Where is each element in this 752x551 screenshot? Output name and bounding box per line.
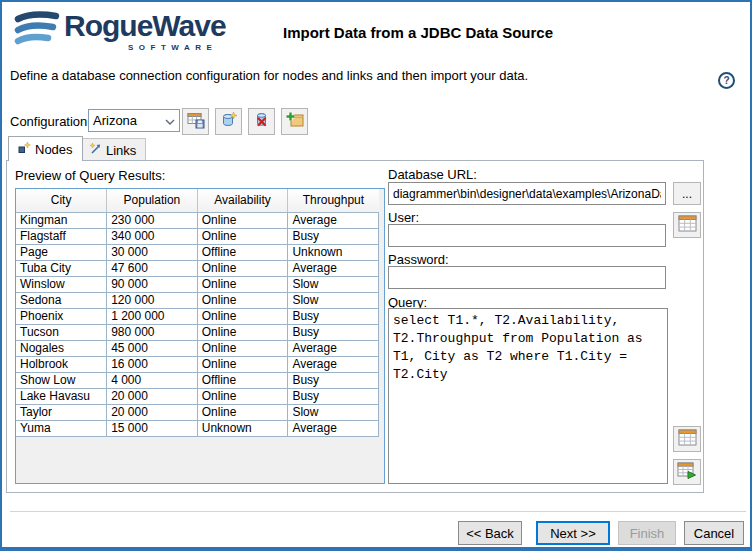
table-header-row: CityPopulationAvailabilityThroughput <box>16 189 379 212</box>
finish-button[interactable]: Finish <box>618 521 676 545</box>
table-cell: 30 000 <box>107 244 198 260</box>
table-cell: Tucson <box>16 324 107 340</box>
table-cell: Offline <box>197 372 288 388</box>
table-cell: 340 000 <box>107 228 198 244</box>
table-row[interactable]: Sedona120 000OnlineSlow <box>16 292 379 308</box>
table-cell: Online <box>197 388 288 404</box>
next-button[interactable]: Next >> <box>536 521 610 545</box>
user-label: User: <box>388 210 419 225</box>
table-row[interactable]: Nogales45 000OnlineAverage <box>16 340 379 356</box>
run-query-button[interactable] <box>673 459 701 485</box>
table-cell: Online <box>197 228 288 244</box>
roguewave-logo: RogueWave SOFTWARE <box>14 10 226 55</box>
table-cell: Busy <box>288 228 379 244</box>
help-icon[interactable]: ? <box>718 72 735 89</box>
table-cell: Yuma <box>16 420 107 436</box>
database-new-icon <box>220 111 238 132</box>
table-cell: Online <box>197 276 288 292</box>
table-cell: 90 000 <box>107 276 198 292</box>
query-textarea[interactable]: select T1.*, T2.Availability, T2.Through… <box>388 308 668 484</box>
table-cell: Online <box>197 356 288 372</box>
table-cell: Show Low <box>16 372 107 388</box>
tab-links[interactable]: Links <box>79 138 146 161</box>
table-cell: Page <box>16 244 107 260</box>
column-header: City <box>16 189 107 212</box>
browse-ellipsis-label: ... <box>682 187 692 201</box>
table-run-icon <box>677 462 697 483</box>
table-cell: Online <box>197 404 288 420</box>
table-row[interactable]: Phoenix1 200 000OnlineBusy <box>16 308 379 324</box>
table-cell: 15 000 <box>107 420 198 436</box>
table-cell: Average <box>288 212 379 228</box>
cancel-button[interactable]: Cancel <box>684 521 744 545</box>
footer-separator <box>10 511 746 512</box>
table-row[interactable]: Tucson980 000OnlineBusy <box>16 324 379 340</box>
password-label: Password: <box>388 252 449 267</box>
tab-nodes[interactable]: Nodes <box>8 136 83 161</box>
browse-button[interactable]: ... <box>673 182 701 205</box>
delete-configuration-button[interactable] <box>248 108 275 135</box>
new-configuration-button[interactable] <box>215 108 242 135</box>
table-cell: Phoenix <box>16 308 107 324</box>
table-cell: Online <box>197 292 288 308</box>
table-row[interactable]: Winslow90 000OnlineSlow <box>16 276 379 292</box>
node-sparkle-icon <box>18 141 31 157</box>
import-wizard-window: RogueWave SOFTWARE Import Data from a JD… <box>0 0 752 551</box>
preview-results-label: Preview of Query Results: <box>15 168 165 183</box>
tab-nodes-label: Nodes <box>35 142 73 157</box>
database-url-input[interactable] <box>388 182 666 205</box>
table-cell: Online <box>197 212 288 228</box>
database-delete-icon <box>253 111 271 132</box>
table-cell: Lake Havasu <box>16 388 107 404</box>
table-cell: Holbrook <box>16 356 107 372</box>
help-glyph: ? <box>723 75 729 86</box>
add-page-icon <box>286 111 304 132</box>
table-cell: Slow <box>288 292 379 308</box>
table-row[interactable]: Page30 000OfflineUnknown <box>16 244 379 260</box>
table-row[interactable]: Kingman230 000OnlineAverage <box>16 212 379 228</box>
table-cell: 16 000 <box>107 356 198 372</box>
table-cell: Winslow <box>16 276 107 292</box>
table-row[interactable]: Flagstaff340 000OnlineBusy <box>16 228 379 244</box>
preview-table[interactable]: CityPopulationAvailabilityThroughput Kin… <box>15 188 385 484</box>
brand-subtitle: SOFTWARE <box>128 43 226 52</box>
database-url-label: Database URL: <box>388 167 477 182</box>
table-cell: Busy <box>288 324 379 340</box>
show-tables-button[interactable] <box>673 212 701 238</box>
table-cell: 45 000 <box>107 340 198 356</box>
table-cell: 20 000 <box>107 388 198 404</box>
table-cell: Tuba City <box>16 260 107 276</box>
back-button[interactable]: << Back <box>458 521 522 545</box>
column-header: Throughput <box>288 189 379 212</box>
table-cell: Average <box>288 340 379 356</box>
brand-name: RogueWave <box>64 10 226 42</box>
password-input[interactable] <box>388 266 666 289</box>
table-cell: Kingman <box>16 212 107 228</box>
table-cell: Online <box>197 308 288 324</box>
table-row[interactable]: Yuma15 000UnknownAverage <box>16 420 379 436</box>
table-cell: Average <box>288 420 379 436</box>
configuration-selected-value: Arizona <box>93 113 165 128</box>
user-input[interactable] <box>388 224 666 247</box>
preview-table-body: Kingman230 000OnlineAverageFlagstaff340 … <box>16 212 379 436</box>
configuration-select[interactable]: Arizona <box>88 109 180 132</box>
table-cell: Offline <box>197 244 288 260</box>
table-cell: Taylor <box>16 404 107 420</box>
table-cell: Nogales <box>16 340 107 356</box>
table-cell: Average <box>288 356 379 372</box>
table-row[interactable]: Holbrook16 000OnlineAverage <box>16 356 379 372</box>
table-cell: Online <box>197 260 288 276</box>
table-row[interactable]: Show Low4 000OfflineBusy <box>16 372 379 388</box>
table-row[interactable]: Taylor20 000OnlineSlow <box>16 404 379 420</box>
table-cell: Online <box>197 324 288 340</box>
link-arrow-sparkle-icon <box>89 142 102 158</box>
table-row[interactable]: Lake Havasu20 000OnlineBusy <box>16 388 379 404</box>
table-cell: Average <box>288 260 379 276</box>
table-cell: Busy <box>288 372 379 388</box>
add-data-source-button[interactable] <box>281 108 308 135</box>
table-row[interactable]: Tuba City47 600OnlineAverage <box>16 260 379 276</box>
preview-table-button[interactable] <box>673 426 701 452</box>
save-configuration-button[interactable] <box>182 108 209 135</box>
table-cell: 47 600 <box>107 260 198 276</box>
table-save-icon <box>187 111 205 132</box>
